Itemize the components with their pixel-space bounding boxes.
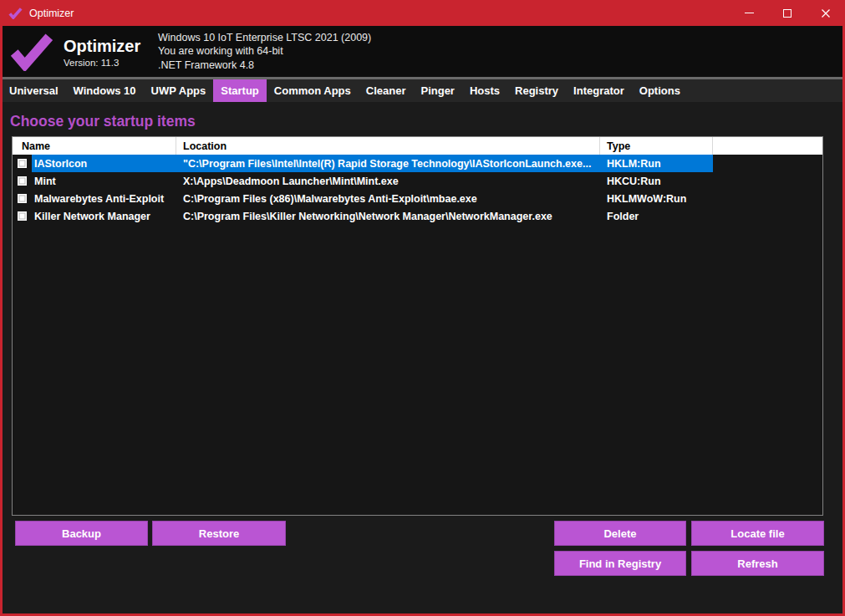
table-header: Name Location Type [13,137,822,155]
table-row[interactable]: Mint X:\Apps\Deadmoon Launcher\Mint\Mint… [13,172,822,190]
item-name: Mint [32,172,176,190]
tab-windows-10[interactable]: Windows 10 [66,79,144,102]
empty-cell [713,207,822,225]
app-logo-checkmark-icon [10,33,53,71]
empty-cell [713,155,822,172]
os-info-line: Windows 10 IoT Enterprise LTSC 2021 (200… [158,31,371,45]
app-header: Optimizer Version: 11.3 Windows 10 IoT E… [0,26,845,77]
system-info: Windows 10 IoT Enterprise LTSC 2021 (200… [158,31,371,73]
tab-registry[interactable]: Registry [507,79,566,102]
name-cell: Killer Network Manager [13,207,176,225]
column-header-type[interactable]: Type [600,137,713,155]
close-button[interactable] [807,0,845,26]
item-checkbox[interactable] [18,194,27,203]
name-cell: Malwarebytes Anti-Exploit [13,190,176,207]
checkbox-area [13,190,32,207]
column-header-name[interactable]: Name [13,137,176,155]
tab-hosts[interactable]: Hosts [462,79,507,102]
locate-file-button[interactable]: Locate file [691,521,824,546]
item-type: HKLM:Run [600,155,713,172]
dotnet-info-line: .NET Framework 4.8 [158,59,371,73]
startup-panel: Choose your startup items Name Location … [0,102,845,613]
optimizer-window: Optimizer Optimizer Version: 11.3 Window… [0,0,845,616]
item-type: HKCU:Run [600,172,713,190]
window-controls [730,0,845,26]
tab-options[interactable]: Options [632,79,688,102]
startup-items-table: Name Location Type IAStorIcon "C:\Progra… [12,136,823,516]
item-name: Malwarebytes Anti-Exploit [32,190,176,207]
tab-bar: Universal Windows 10 UWP Apps Startup Co… [0,79,845,102]
checkmark-icon [8,8,23,19]
tab-universal[interactable]: Universal [2,79,66,102]
minimize-button[interactable] [730,0,768,26]
maximize-button[interactable] [768,0,807,26]
tab-pinger[interactable]: Pinger [413,79,461,102]
delete-button[interactable]: Delete [554,521,686,546]
column-header-location[interactable]: Location [176,137,600,155]
table-row[interactable]: IAStorIcon "C:\Program Files\Intel\Intel… [13,155,822,172]
empty-cell [713,172,822,190]
minimize-icon [745,13,754,13]
item-location: C:\Program Files\Killer Networking\Netwo… [176,207,600,225]
item-location: C:\Program Files (x86)\Malwarebytes Anti… [176,190,600,207]
tab-uwp-apps[interactable]: UWP Apps [144,79,214,102]
tab-startup[interactable]: Startup [213,79,267,102]
tab-cleaner[interactable]: Cleaner [359,79,414,102]
item-type: Folder [600,207,713,225]
arch-info-line: You are working with 64-bit [158,44,371,59]
item-name: IAStorIcon [32,155,176,172]
item-location: "C:\Program Files\Intel\Intel(R) Rapid S… [176,155,600,172]
name-cell: IAStorIcon [13,155,176,172]
close-icon [821,8,831,18]
item-checkbox[interactable] [18,159,27,168]
maximize-icon [783,9,792,18]
table-row[interactable]: Killer Network Manager C:\Program Files\… [13,207,822,225]
find-in-registry-button[interactable]: Find in Registry [554,551,686,576]
app-version: Version: 11.3 [64,58,151,68]
title-bar[interactable]: Optimizer [0,0,845,26]
tab-common-apps[interactable]: Common Apps [267,79,359,102]
checkbox-area [13,155,32,172]
item-name: Killer Network Manager [32,207,176,225]
checkbox-area [13,172,32,190]
backup-button[interactable]: Backup [15,521,148,546]
restore-button[interactable]: Restore [152,521,286,546]
checkbox-area [13,207,32,225]
page-title: Choose your startup items [10,113,196,130]
empty-cell [713,190,822,207]
name-cell: Mint [13,172,176,190]
app-name: Optimizer [64,36,151,56]
window-title: Optimizer [29,8,74,19]
table-row[interactable]: Malwarebytes Anti-Exploit C:\Program Fil… [13,190,822,207]
item-checkbox[interactable] [18,176,27,186]
item-checkbox[interactable] [18,211,27,221]
tab-integrator[interactable]: Integrator [566,79,632,102]
refresh-button[interactable]: Refresh [691,551,824,576]
column-header-empty [713,137,822,155]
item-location: X:\Apps\Deadmoon Launcher\Mint\Mint.exe [176,172,600,190]
item-type: HKLMWoW:Run [600,190,713,207]
